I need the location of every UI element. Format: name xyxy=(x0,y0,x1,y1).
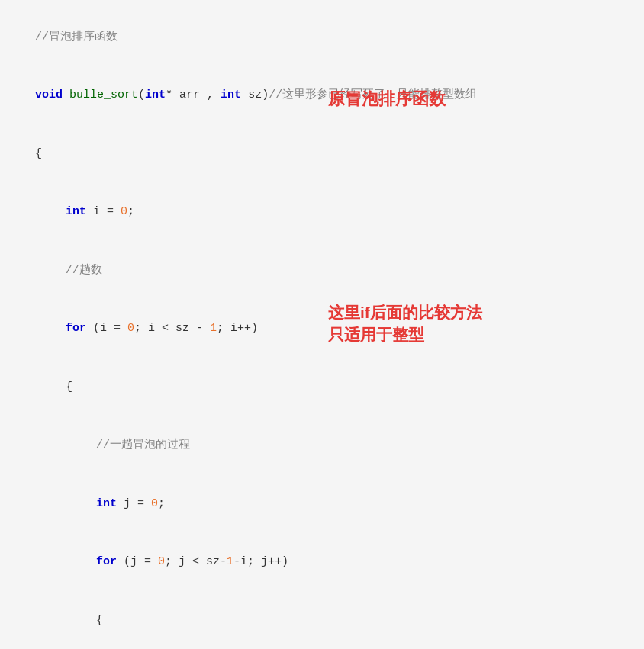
code-line-open2: { xyxy=(8,358,636,416)
code-line-comment-bubble: //一趟冒泡的过程 xyxy=(8,416,636,475)
code-line-open3: { xyxy=(8,591,636,649)
code-line-int-i: int i = 0; xyxy=(8,183,636,242)
annotation-bubble-sort: 原冒泡排序函数 xyxy=(328,88,446,111)
annotation-if-note: 这里if后面的比较方法只适用于整型 xyxy=(328,301,482,346)
code-line-for1: for (i = 0; i < sz - 1; i++) xyxy=(8,300,636,358)
code-line-comment-title: //冒泡排序函数 xyxy=(8,8,636,66)
code-line-open1: { xyxy=(8,124,636,183)
code-line-comment-pass: //趟数 xyxy=(8,241,636,300)
code-line-for2: for (j = 0; j < sz-1-i; j++) xyxy=(8,533,636,592)
code-container: //冒泡排序函数 void bulle_sort(int* arr , int … xyxy=(0,0,644,649)
code-line-int-j: int j = 0; xyxy=(8,474,636,533)
code-line-function-sig: void bulle_sort(int* arr , int sz)//这里形参… xyxy=(8,66,636,125)
